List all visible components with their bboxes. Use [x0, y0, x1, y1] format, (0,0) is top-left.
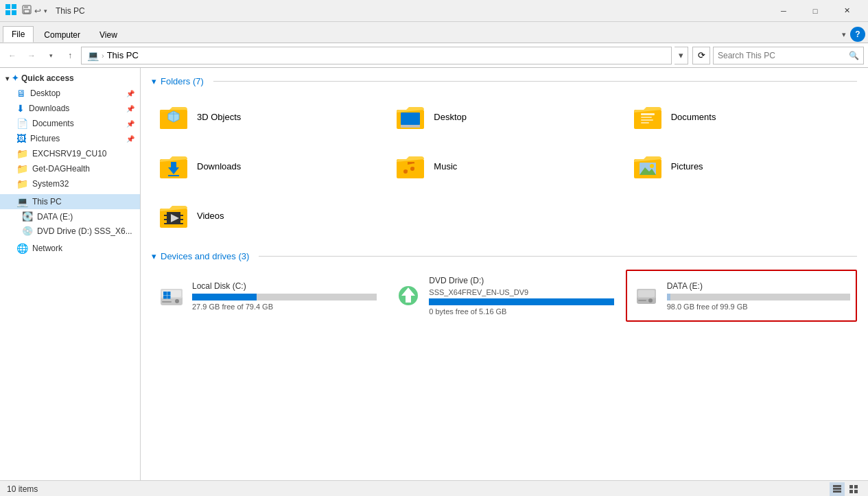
title-bar: ↩ ▾ This PC ─ □ ✕	[0, 0, 868, 22]
sidebar-item-exchsrv[interactable]: 📁 EXCHSRV19_CU10	[0, 146, 140, 161]
details-view-button[interactable]	[830, 482, 845, 496]
local-disk-free: 27.9 GB free of 79.4 GB	[192, 303, 377, 311]
svg-point-40	[175, 299, 179, 303]
refresh-button[interactable]: ⟳	[692, 47, 710, 64]
sidebar-system32-label: System32	[32, 179, 69, 189]
data-e-info: DATA (E:) 98.0 GB free of 99.9 GB	[667, 281, 850, 311]
drive-item-e[interactable]: DATA (E:) 98.0 GB free of 99.9 GB	[626, 270, 857, 322]
svg-rect-2	[5, 10, 10, 15]
quick-access-label: Quick access	[21, 73, 74, 83]
view-icons	[830, 482, 861, 496]
folder-item-pictures[interactable]: Pictures	[626, 144, 857, 188]
ribbon-collapse-icon[interactable]: ▾	[842, 30, 846, 39]
folder-item-videos[interactable]: Videos	[152, 193, 383, 237]
folders-header-label: Folders (7)	[161, 76, 204, 86]
network-icon: 🌐	[16, 243, 28, 254]
dropdown-recent-button[interactable]: ▾	[43, 47, 59, 64]
folder-icon-exchsrv: 📁	[16, 148, 28, 159]
svg-point-52	[648, 298, 653, 303]
videos-folder-large-icon	[157, 199, 190, 232]
save-icon[interactable]	[22, 5, 32, 16]
folder-item-documents[interactable]: Documents	[626, 95, 857, 139]
pin-icon-pics: 📌	[126, 135, 134, 143]
sidebar-item-network[interactable]: 🌐 Network	[0, 241, 140, 256]
search-box: 🔍	[713, 47, 864, 64]
back-button[interactable]: ←	[4, 47, 21, 64]
path-label: This PC	[107, 50, 139, 60]
svg-rect-17	[641, 117, 652, 118]
sidebar-item-documents[interactable]: 📄 Documents 📌	[0, 116, 140, 131]
search-input[interactable]	[718, 51, 849, 60]
close-button[interactable]: ✕	[831, 0, 863, 22]
folder-icon-getdag: 📁	[16, 163, 28, 174]
sidebar-getdag-label: Get-DAGHealth	[32, 164, 90, 174]
3dobjects-icon	[157, 100, 190, 133]
drives-section-header[interactable]: ▾ Devices and drives (3)	[152, 251, 857, 261]
local-disk-bar-container	[192, 294, 377, 300]
data-e-name: DATA (E:)	[667, 281, 850, 291]
sidebar-dvd-label: DVD Drive (D:) SSS_X6...	[37, 226, 132, 236]
address-dropdown[interactable]: ▾	[675, 47, 688, 64]
drive-item-d[interactable]: DVD Drive (D:) SSS_X64FREV_EN-US_DV9 0 b…	[388, 270, 620, 322]
tab-computer[interactable]: Computer	[35, 27, 89, 43]
folder-name-music: Music	[434, 161, 457, 172]
tab-file[interactable]: File	[3, 26, 34, 43]
sidebar-downloads-label: Downloads	[29, 104, 69, 113]
folders-section-header[interactable]: ▾ Folders (7)	[152, 76, 857, 86]
dvd-icon-sidebar: 💿	[22, 226, 33, 236]
sidebar-item-downloads[interactable]: ⬇ Downloads 📌	[0, 101, 140, 116]
title-text: This PC	[56, 6, 85, 16]
svg-rect-54	[833, 488, 841, 490]
dvd-drive-free: 0 bytes free of 5.16 GB	[429, 307, 613, 316]
folder-name-videos: Videos	[197, 211, 224, 221]
sidebar-item-pictures[interactable]: 🖼 Pictures 📌	[0, 131, 140, 146]
svg-rect-32	[164, 220, 167, 223]
svg-rect-14	[401, 125, 420, 128]
folder-item-3dobjects[interactable]: 3D Objects	[152, 95, 383, 139]
drive-icon-data: 💽	[22, 211, 33, 222]
undo-icon[interactable]: ↩	[34, 6, 41, 16]
pin-icon-dl: 📌	[126, 105, 134, 113]
dropdown-arrow[interactable]: ▾	[44, 8, 47, 14]
sidebar-item-getdag[interactable]: 📁 Get-DAGHealth	[0, 161, 140, 176]
large-icons-view-button[interactable]	[846, 482, 861, 496]
folder-item-music[interactable]: Music	[388, 144, 620, 188]
address-path[interactable]: 💻 › This PC	[81, 47, 672, 64]
help-button[interactable]: ?	[850, 27, 865, 42]
dvd-drive-subname: SSS_X64FREV_EN-US_DV9	[429, 288, 613, 296]
maximize-button[interactable]: □	[799, 0, 831, 22]
drives-divider	[259, 256, 857, 257]
folder-name-downloads: Downloads	[197, 161, 241, 172]
svg-rect-42	[163, 292, 167, 295]
data-e-bar	[667, 294, 670, 300]
dvd-drive-icon	[395, 282, 422, 309]
up-button[interactable]: ↑	[62, 47, 78, 64]
tab-view[interactable]: View	[91, 27, 126, 43]
dvd-bar	[429, 298, 613, 305]
svg-rect-56	[849, 485, 853, 488]
sidebar-item-data-e[interactable]: 💽 DATA (E:)	[0, 209, 140, 224]
folders-divider	[213, 81, 857, 82]
folders-grid: 3D Objects Desktop	[152, 95, 857, 237]
folder-item-desktop[interactable]: Desktop	[388, 95, 620, 139]
svg-rect-3	[12, 10, 16, 15]
sidebar-item-system32[interactable]: 📁 System32	[0, 176, 140, 191]
drive-item-c[interactable]: Local Disk (C:) 27.9 GB free of 79.4 GB	[152, 270, 383, 322]
content-area: ▾ Folders (7) 3D Objec	[141, 68, 868, 480]
sidebar-item-desktop[interactable]: 🖥 Desktop 📌	[0, 86, 140, 101]
svg-rect-58	[849, 490, 853, 493]
sidebar-item-dvd-d[interactable]: 💿 DVD Drive (D:) SSS_X6...	[0, 224, 140, 238]
svg-rect-35	[180, 220, 183, 223]
sidebar-desktop-label: Desktop	[30, 88, 60, 98]
sidebar-documents-label: Documents	[32, 119, 74, 128]
items-count: 10 items	[7, 484, 38, 494]
sidebar-item-this-pc[interactable]: 💻 This PC	[0, 194, 140, 209]
svg-rect-45	[167, 296, 171, 299]
folder-item-downloads[interactable]: Downloads	[152, 144, 383, 188]
documents-folder-icon: 📄	[16, 118, 28, 129]
minimize-button[interactable]: ─	[768, 0, 799, 22]
svg-rect-19	[641, 122, 649, 123]
sidebar-quick-access[interactable]: ▾ ✦ Quick access	[0, 71, 140, 86]
folder-name-pictures: Pictures	[671, 161, 703, 172]
forward-button[interactable]: →	[23, 47, 40, 64]
